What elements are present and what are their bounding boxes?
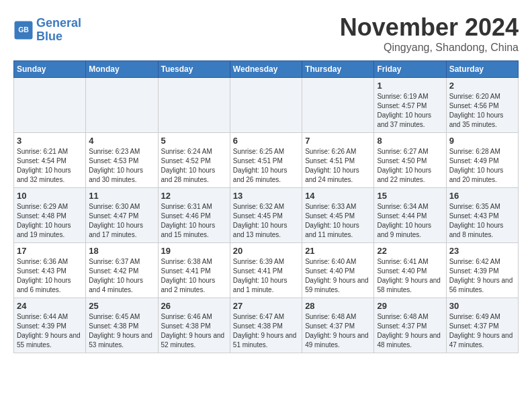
day-info: Sunrise: 6:23 AM Sunset: 4:53 PM Dayligh… xyxy=(89,147,154,185)
day-info: Sunrise: 6:45 AM Sunset: 4:38 PM Dayligh… xyxy=(89,312,154,350)
calendar-cell: 28Sunrise: 6:48 AM Sunset: 4:37 PM Dayli… xyxy=(302,298,374,353)
day-info: Sunrise: 6:31 AM Sunset: 4:46 PM Dayligh… xyxy=(161,202,227,240)
calendar-cell xyxy=(158,78,230,133)
day-number: 13 xyxy=(233,191,299,201)
day-number: 8 xyxy=(377,136,443,146)
day-number: 4 xyxy=(89,136,154,146)
logo-text: General Blue xyxy=(36,17,81,44)
calendar-cell: 19Sunrise: 6:38 AM Sunset: 4:41 PM Dayli… xyxy=(158,243,230,298)
day-number: 21 xyxy=(305,246,371,256)
day-info: Sunrise: 6:33 AM Sunset: 4:45 PM Dayligh… xyxy=(305,202,371,240)
day-info: Sunrise: 6:25 AM Sunset: 4:51 PM Dayligh… xyxy=(233,147,299,185)
calendar-cell: 23Sunrise: 6:42 AM Sunset: 4:39 PM Dayli… xyxy=(446,243,518,298)
day-info: Sunrise: 6:28 AM Sunset: 4:49 PM Dayligh… xyxy=(449,147,515,185)
day-info: Sunrise: 6:40 AM Sunset: 4:40 PM Dayligh… xyxy=(305,257,371,295)
day-number: 26 xyxy=(161,301,227,311)
calendar-cell: 11Sunrise: 6:30 AM Sunset: 4:47 PM Dayli… xyxy=(86,188,158,243)
calendar-cell xyxy=(14,78,86,133)
day-info: Sunrise: 6:34 AM Sunset: 4:44 PM Dayligh… xyxy=(377,202,443,240)
svg-text:GB: GB xyxy=(18,26,29,34)
calendar-cell: 6Sunrise: 6:25 AM Sunset: 4:51 PM Daylig… xyxy=(230,133,302,188)
day-info: Sunrise: 6:38 AM Sunset: 4:41 PM Dayligh… xyxy=(161,257,227,295)
weekday-header-tuesday: Tuesday xyxy=(158,61,230,78)
day-number: 18 xyxy=(89,246,154,256)
calendar-cell xyxy=(86,78,158,133)
day-number: 10 xyxy=(17,191,83,201)
day-number: 7 xyxy=(305,136,371,146)
day-number: 20 xyxy=(233,246,299,256)
calendar-table: SundayMondayTuesdayWednesdayThursdayFrid… xyxy=(13,60,519,353)
calendar-cell: 10Sunrise: 6:29 AM Sunset: 4:48 PM Dayli… xyxy=(14,188,86,243)
day-info: Sunrise: 6:26 AM Sunset: 4:51 PM Dayligh… xyxy=(305,147,371,185)
day-number: 5 xyxy=(161,136,227,146)
day-info: Sunrise: 6:35 AM Sunset: 4:43 PM Dayligh… xyxy=(449,202,515,240)
calendar-cell: 1Sunrise: 6:19 AM Sunset: 4:57 PM Daylig… xyxy=(374,78,446,133)
weekday-header-friday: Friday xyxy=(374,61,446,78)
day-number: 22 xyxy=(377,246,443,256)
day-number: 19 xyxy=(161,246,227,256)
day-number: 2 xyxy=(449,81,515,91)
day-number: 6 xyxy=(233,136,299,146)
calendar-cell: 24Sunrise: 6:44 AM Sunset: 4:39 PM Dayli… xyxy=(14,298,86,353)
day-number: 23 xyxy=(449,246,515,256)
calendar-cell: 20Sunrise: 6:39 AM Sunset: 4:41 PM Dayli… xyxy=(230,243,302,298)
calendar-cell: 7Sunrise: 6:26 AM Sunset: 4:51 PM Daylig… xyxy=(302,133,374,188)
day-info: Sunrise: 6:39 AM Sunset: 4:41 PM Dayligh… xyxy=(233,257,299,295)
page-header: GB General Blue November 2024 Qingyang, … xyxy=(13,13,519,54)
day-number: 25 xyxy=(89,301,154,311)
day-number: 12 xyxy=(161,191,227,201)
logo-line2: Blue xyxy=(36,30,62,43)
calendar-week-2: 10Sunrise: 6:29 AM Sunset: 4:48 PM Dayli… xyxy=(14,188,519,243)
calendar-week-4: 24Sunrise: 6:44 AM Sunset: 4:39 PM Dayli… xyxy=(14,298,519,353)
day-info: Sunrise: 6:24 AM Sunset: 4:52 PM Dayligh… xyxy=(161,147,227,185)
day-number: 16 xyxy=(449,191,515,201)
calendar-cell: 5Sunrise: 6:24 AM Sunset: 4:52 PM Daylig… xyxy=(158,133,230,188)
day-number: 27 xyxy=(233,301,299,311)
day-info: Sunrise: 6:27 AM Sunset: 4:50 PM Dayligh… xyxy=(377,147,443,185)
weekday-header-sunday: Sunday xyxy=(14,61,86,78)
month-title: November 2024 xyxy=(340,13,519,42)
day-number: 17 xyxy=(17,246,83,256)
calendar-cell: 22Sunrise: 6:41 AM Sunset: 4:40 PM Dayli… xyxy=(374,243,446,298)
calendar-cell: 25Sunrise: 6:45 AM Sunset: 4:38 PM Dayli… xyxy=(86,298,158,353)
day-info: Sunrise: 6:32 AM Sunset: 4:45 PM Dayligh… xyxy=(233,202,299,240)
calendar-week-1: 3Sunrise: 6:21 AM Sunset: 4:54 PM Daylig… xyxy=(14,133,519,188)
day-info: Sunrise: 6:37 AM Sunset: 4:42 PM Dayligh… xyxy=(89,257,154,295)
day-info: Sunrise: 6:48 AM Sunset: 4:37 PM Dayligh… xyxy=(305,312,371,350)
logo: GB General Blue xyxy=(13,17,81,44)
day-number: 1 xyxy=(377,81,443,91)
calendar-cell: 21Sunrise: 6:40 AM Sunset: 4:40 PM Dayli… xyxy=(302,243,374,298)
calendar-cell: 15Sunrise: 6:34 AM Sunset: 4:44 PM Dayli… xyxy=(374,188,446,243)
day-info: Sunrise: 6:47 AM Sunset: 4:38 PM Dayligh… xyxy=(233,312,299,350)
logo-icon: GB xyxy=(13,20,34,40)
weekday-header-monday: Monday xyxy=(86,61,158,78)
day-info: Sunrise: 6:29 AM Sunset: 4:48 PM Dayligh… xyxy=(17,202,83,240)
day-number: 3 xyxy=(17,136,83,146)
day-info: Sunrise: 6:36 AM Sunset: 4:43 PM Dayligh… xyxy=(17,257,83,295)
day-number: 15 xyxy=(377,191,443,201)
day-number: 30 xyxy=(449,301,515,311)
day-info: Sunrise: 6:19 AM Sunset: 4:57 PM Dayligh… xyxy=(377,92,443,130)
day-info: Sunrise: 6:20 AM Sunset: 4:56 PM Dayligh… xyxy=(449,92,515,130)
day-info: Sunrise: 6:30 AM Sunset: 4:47 PM Dayligh… xyxy=(89,202,154,240)
weekday-header-wednesday: Wednesday xyxy=(230,61,302,78)
calendar-cell: 3Sunrise: 6:21 AM Sunset: 4:54 PM Daylig… xyxy=(14,133,86,188)
weekday-header-row: SundayMondayTuesdayWednesdayThursdayFrid… xyxy=(14,61,519,78)
day-info: Sunrise: 6:44 AM Sunset: 4:39 PM Dayligh… xyxy=(17,312,83,350)
calendar-cell xyxy=(302,78,374,133)
day-number: 11 xyxy=(89,191,154,201)
day-number: 14 xyxy=(305,191,371,201)
day-info: Sunrise: 6:21 AM Sunset: 4:54 PM Dayligh… xyxy=(17,147,83,185)
day-number: 9 xyxy=(449,136,515,146)
calendar-cell: 29Sunrise: 6:48 AM Sunset: 4:37 PM Dayli… xyxy=(374,298,446,353)
logo-line1: General xyxy=(36,16,81,30)
calendar-cell: 9Sunrise: 6:28 AM Sunset: 4:49 PM Daylig… xyxy=(446,133,518,188)
calendar-cell: 8Sunrise: 6:27 AM Sunset: 4:50 PM Daylig… xyxy=(374,133,446,188)
calendar-cell: 27Sunrise: 6:47 AM Sunset: 4:38 PM Dayli… xyxy=(230,298,302,353)
calendar-cell: 17Sunrise: 6:36 AM Sunset: 4:43 PM Dayli… xyxy=(14,243,86,298)
calendar-body: 1Sunrise: 6:19 AM Sunset: 4:57 PM Daylig… xyxy=(14,78,519,353)
day-info: Sunrise: 6:48 AM Sunset: 4:37 PM Dayligh… xyxy=(377,312,443,350)
weekday-header-thursday: Thursday xyxy=(302,61,374,78)
day-info: Sunrise: 6:46 AM Sunset: 4:38 PM Dayligh… xyxy=(161,312,227,350)
calendar-cell: 26Sunrise: 6:46 AM Sunset: 4:38 PM Dayli… xyxy=(158,298,230,353)
